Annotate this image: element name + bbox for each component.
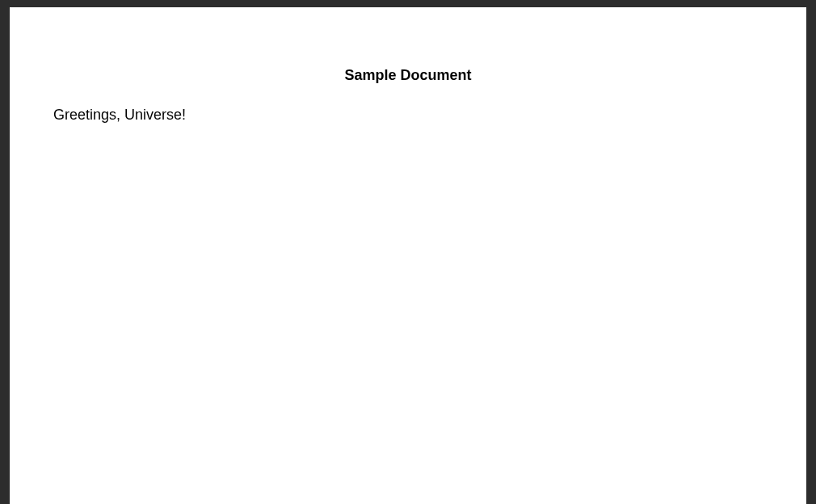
document-page: Sample Document Greetings, Universe!: [10, 7, 806, 504]
document-viewer: Sample Document Greetings, Universe!: [0, 0, 816, 504]
document-body-text: Greetings, Universe!: [53, 107, 763, 124]
document-title: Sample Document: [53, 67, 763, 84]
